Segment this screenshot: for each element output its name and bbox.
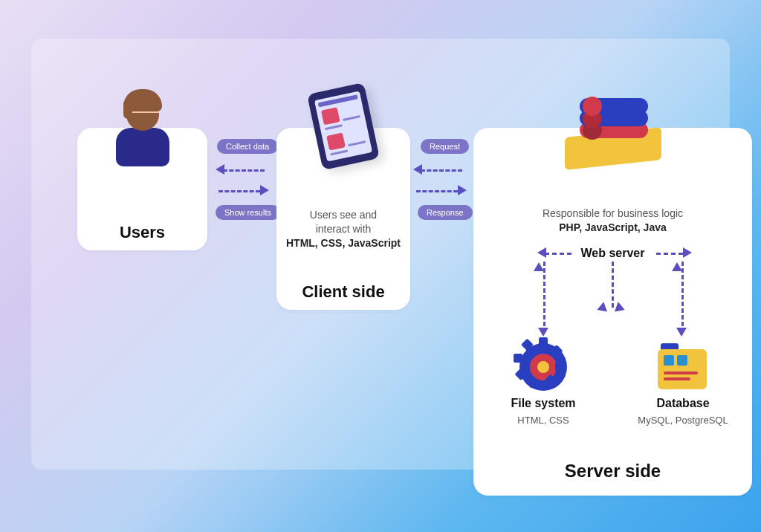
client-title: Client side: [276, 282, 410, 302]
arrow-request-head: [413, 164, 422, 175]
show-results-label: Show results: [216, 205, 280, 220]
file-system-tech: HTML, CSS: [496, 415, 591, 426]
diagram-canvas: Users Collect data Show results Users se…: [31, 39, 730, 470]
server-title: Server side: [473, 461, 752, 481]
client-desc-line1: Users see and: [310, 209, 377, 221]
users-card: Users: [77, 128, 207, 250]
ws-arrow-right-head: [683, 247, 692, 258]
database-folder-icon: [658, 343, 707, 389]
server-stack-icon: [565, 97, 661, 168]
ws-arrow-right: [656, 253, 683, 255]
center-arrow-l: [595, 302, 607, 314]
client-desc-line2: interact with: [316, 223, 372, 235]
arrow-collect-head: [216, 164, 224, 175]
server-side-card: Responsible for business logic PHP, Java…: [473, 128, 752, 496]
db-arrow: [681, 262, 684, 333]
client-tech: HTML, CSS, JavaScript: [286, 237, 401, 249]
client-description: Users see and interact with HTML, CSS, J…: [284, 208, 403, 250]
arrow-response-head: [458, 185, 467, 195]
arrow-collect: [223, 169, 265, 172]
server-tech: PHP, JavaScript, Java: [559, 221, 667, 233]
fs-arrow: [543, 262, 545, 333]
collect-data-label: Collect data: [217, 139, 278, 154]
center-arrow: [612, 262, 614, 308]
db-arrow-down: [676, 328, 687, 337]
server-description: Responsible for business logic PHP, Java…: [488, 207, 737, 235]
request-label: Request: [421, 139, 469, 154]
fs-arrow-down: [538, 328, 548, 337]
users-title: Users: [77, 223, 207, 242]
db-arrow-up: [672, 262, 682, 271]
arrow-response: [416, 190, 458, 192]
database-title: Database: [635, 397, 731, 410]
arrow-show-head: [260, 185, 269, 195]
gear-icon: [519, 343, 567, 391]
user-avatar-icon: [110, 92, 175, 169]
fs-arrow-up: [534, 262, 544, 271]
ws-arrow-left-head: [537, 247, 546, 258]
web-server-label: Web server: [473, 247, 752, 260]
file-system-title: File system: [496, 397, 591, 410]
database-tech: MySQL, PostgreSQL: [635, 415, 731, 426]
center-arrow-r: [615, 302, 626, 314]
ws-arrow-left: [545, 253, 571, 255]
response-label: Response: [418, 205, 473, 220]
server-desc-line1: Responsible for business logic: [543, 207, 683, 219]
client-side-card: Users see and interact with HTML, CSS, J…: [276, 128, 410, 310]
arrow-show: [218, 190, 260, 192]
tablet-icon: [307, 82, 380, 170]
arrow-request: [421, 169, 462, 172]
